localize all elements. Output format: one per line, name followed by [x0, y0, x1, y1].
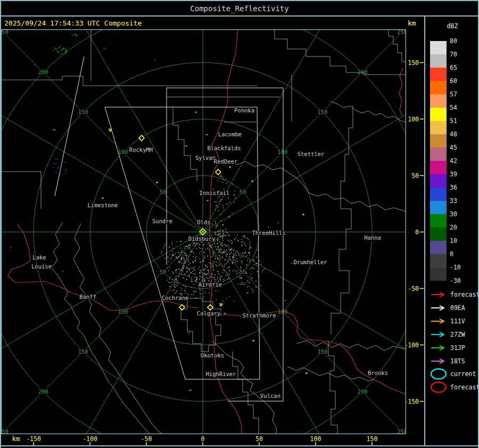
- svg-text:^: ^: [240, 276, 243, 282]
- city-label: Cochrane: [162, 295, 189, 301]
- colorbar-swatch: [430, 267, 447, 281]
- colorbar-swatch: [430, 54, 447, 68]
- svg-text:50: 50: [240, 189, 246, 195]
- city-label: Stettler: [298, 151, 325, 157]
- svg-text:^: ^: [205, 133, 209, 139]
- colorbar-tick-label: 48: [450, 131, 457, 138]
- svg-text:250: 250: [1, 29, 9, 35]
- city-label: Didsbury: [188, 235, 216, 242]
- city-label: Okotoks: [201, 352, 224, 359]
- svg-text:50: 50: [240, 268, 246, 275]
- legend-arrow-label: forecast: [450, 291, 478, 298]
- bottom-axis: km-150-100-50050100150: [1, 434, 424, 445]
- svg-text:150: 150: [317, 348, 327, 355]
- svg-text:250: 250: [397, 29, 406, 35]
- colorbar-swatch: [430, 94, 447, 108]
- svg-text:.: .: [267, 223, 269, 229]
- legend-arrow-icon: [431, 346, 444, 351]
- right-axis-tick-label: -100: [406, 341, 419, 349]
- city-label: Lacombe: [218, 131, 242, 137]
- colorbar-swatch: [430, 174, 447, 188]
- city-label: Blackfalds: [207, 145, 241, 151]
- svg-text:50: 50: [160, 189, 167, 195]
- city-label: Brooks: [368, 370, 388, 376]
- svg-text:200: 200: [38, 388, 48, 395]
- colorbar-swatch: [430, 81, 447, 94]
- colorbar-title: dBZ: [447, 22, 458, 30]
- legend-arrow-icon: [431, 306, 444, 311]
- city-label: Strathmore: [242, 312, 276, 319]
- bottom-axis-tick-label: 150: [367, 435, 378, 443]
- svg-text:200: 200: [357, 388, 367, 395]
- svg-text:.: .: [277, 219, 279, 224]
- svg-text:250: 250: [397, 428, 406, 434]
- colorbar-swatch: [430, 148, 447, 161]
- colorbar-swatch: [430, 201, 447, 214]
- svg-text:+: +: [305, 370, 308, 376]
- colorbar-tick-label: -30: [450, 277, 461, 284]
- city-label: Ponoka: [234, 107, 254, 113]
- city-label: Innisfail: [200, 190, 230, 196]
- right-axis-unit-label: km: [408, 19, 416, 27]
- colorbar-swatch: [430, 121, 447, 134]
- window-title: Composite_Reflectivity: [0, 2, 479, 15]
- legend-ellipse-label: current: [450, 370, 476, 378]
- colorbar-tick-label: 60: [450, 77, 457, 85]
- colorbar-legend-panel: dBZ807065605754514845423936333020100-10-…: [425, 17, 478, 445]
- svg-text:v: v: [219, 301, 223, 308]
- city-label: Drumheller: [293, 259, 327, 265]
- radar-map: 5050505010010010010015015015015020020020…: [1, 29, 406, 434]
- colorbar-tick-label: 57: [450, 91, 457, 98]
- legend-arrow-label: 27ZW: [450, 331, 465, 338]
- city-label: Lake: [32, 254, 46, 260]
- svg-text:^: ^: [189, 389, 192, 394]
- city-label: Banff: [79, 294, 96, 300]
- svg-text:150: 150: [78, 109, 88, 115]
- colorbar-swatch: [430, 68, 447, 81]
- legend-ellipse-icon: [431, 369, 446, 379]
- colorbar-tick-label: 80: [450, 37, 457, 45]
- legend-arrow-icon: [431, 359, 444, 364]
- colorbar-tick-label: 45: [450, 144, 457, 151]
- bottom-axis-tick-label: 0: [201, 435, 205, 443]
- colorbar-tick-label: 33: [450, 197, 457, 205]
- svg-text:^: ^: [53, 128, 56, 134]
- right-axis: 150100500-50-100-150: [406, 29, 424, 434]
- legend-arrow-icon: [431, 319, 444, 324]
- svg-text:*: *: [251, 180, 253, 185]
- city-label: Sylvan: [195, 154, 216, 161]
- svg-text:+: +: [228, 164, 232, 169]
- colorbar-tick-label: 65: [450, 64, 457, 71]
- svg-text:50: 50: [160, 268, 167, 275]
- right-axis-tick-label: -50: [408, 285, 419, 292]
- colorbar-tick-label: 10: [450, 237, 457, 245]
- legend-arrow-label: 09EA: [450, 304, 465, 312]
- legend-arrow-label: 31JP: [450, 344, 465, 352]
- svg-text:^: ^: [185, 144, 188, 150]
- svg-text:^: ^: [194, 111, 197, 116]
- city-label: Calgary: [197, 310, 220, 316]
- radar-app-window: Composite_Reflectivity 2025/09/24 17:54:…: [0, 0, 479, 448]
- bottom-axis-tick-label: 50: [255, 435, 263, 443]
- city-label: RockyMH: [129, 146, 153, 153]
- svg-text:+: +: [302, 211, 305, 217]
- colorbar-swatch: [430, 108, 447, 121]
- city-label: RedDeer: [214, 158, 237, 165]
- window-border-top: [0, 0, 479, 1]
- city-label: Vulcan: [260, 393, 280, 399]
- colorbar-tick-label: 51: [450, 117, 457, 125]
- svg-text:^: ^: [219, 175, 222, 180]
- legend-arrow-icon: [431, 332, 444, 337]
- svg-text:.: .: [284, 297, 286, 302]
- colorbar-tick-label: 20: [450, 224, 457, 231]
- colorbar-tick-label: 70: [450, 51, 457, 58]
- city-label: ThreeHills: [252, 230, 285, 236]
- svg-text:100: 100: [118, 149, 128, 155]
- svg-text:+: +: [155, 180, 159, 185]
- colorbar-swatch: [430, 227, 447, 241]
- window-border-bottom: [0, 445, 479, 446]
- svg-text:200: 200: [38, 69, 48, 75]
- colorbar-swatch: [430, 188, 447, 201]
- city-label: HighRiver: [206, 371, 236, 377]
- svg-text:^: ^: [224, 312, 227, 317]
